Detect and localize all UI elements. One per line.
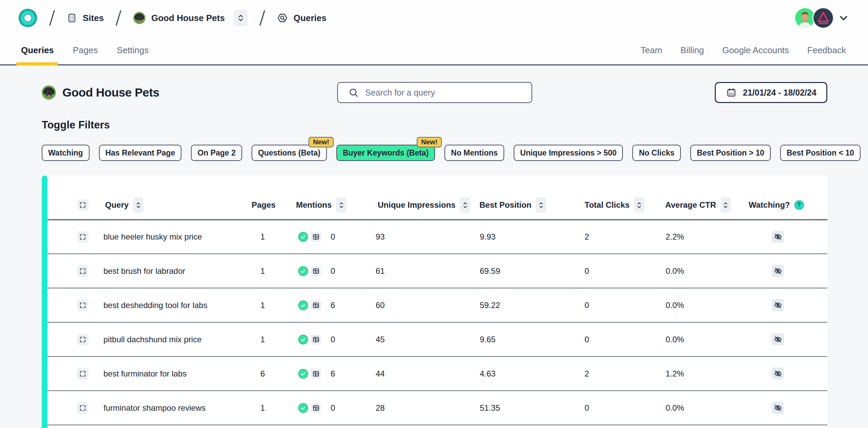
app-logo-icon[interactable]	[18, 8, 37, 27]
filter-chip[interactable]: No Mentions	[445, 145, 504, 161]
unique-impressions-cell: 28	[373, 391, 471, 425]
expand-row-icon[interactable]	[77, 231, 88, 243]
mention-check-icon	[298, 403, 308, 413]
queries-table-card: Query Pages Mentions Unique Impressions …	[42, 176, 827, 428]
help-icon[interactable]: ?	[794, 200, 804, 210]
filter-chip[interactable]: Buyer Keywords (Beta) New!	[336, 145, 435, 161]
best-position-cell: 9.93	[471, 220, 576, 254]
site-avatar	[42, 85, 56, 100]
new-badge: New!	[417, 137, 442, 147]
filter-chip[interactable]: Has Relevant Page	[99, 145, 182, 161]
account-menu-chevron-icon[interactable]	[839, 13, 849, 23]
mention-table-icon[interactable]	[311, 232, 321, 242]
new-badge: New!	[309, 137, 334, 147]
tab-label: Settings	[117, 45, 149, 56]
mention-table-icon[interactable]	[311, 266, 321, 276]
filter-chip[interactable]: Unique Impressions > 500	[514, 145, 623, 161]
sort-total-clicks-button[interactable]	[634, 197, 645, 213]
expand-row-icon[interactable]	[77, 402, 88, 414]
table-row: pitbull dachshund mix price 1	[47, 322, 827, 356]
filter-chip[interactable]: Best Position > 10	[690, 145, 771, 161]
watching-eye-off-icon[interactable]	[772, 333, 784, 345]
tab[interactable]: Settings	[117, 36, 149, 64]
expand-row-icon[interactable]	[77, 368, 88, 380]
column-header-total-clicks: Total Clicks	[585, 200, 630, 210]
nav-link[interactable]: Google Accounts	[722, 45, 789, 56]
query-cell: pitbull dachshund mix price	[102, 322, 244, 356]
unique-impressions-cell: 93	[373, 220, 471, 254]
filter-chip-label: Unique Impressions > 500	[520, 148, 616, 158]
expand-row-icon[interactable]	[77, 300, 88, 311]
filter-chip[interactable]: Questions (Beta) New!	[252, 145, 327, 161]
tab-label: Queries	[21, 45, 54, 56]
breadcrumb-site[interactable]: Good House Pets	[133, 10, 248, 26]
filter-chip[interactable]: Best Position < 10	[780, 145, 861, 161]
sort-unique-impressions-button[interactable]	[460, 197, 470, 213]
filter-chip-label: Buyer Keywords (Beta)	[343, 148, 429, 158]
tab[interactable]: Pages	[73, 36, 98, 64]
watching-eye-off-icon[interactable]	[772, 299, 784, 311]
table-row: blue heeler husky mix price 1	[47, 220, 827, 254]
mention-check-icon	[298, 232, 308, 242]
nav-link-label: Team	[640, 45, 662, 55]
table-body: blue heeler husky mix price 1	[47, 220, 827, 425]
average-ctr-cell: 2.2%	[658, 220, 732, 254]
column-header-best-position: Best Position	[479, 200, 531, 210]
pages-cell: 1	[244, 254, 292, 288]
query-cell: blue heeler husky mix price	[102, 220, 244, 254]
org-avatar[interactable]	[813, 8, 833, 28]
mention-table-icon[interactable]	[311, 403, 321, 413]
nav-link[interactable]: Team	[640, 45, 662, 56]
pages-cell: 1	[244, 220, 292, 254]
filter-chip-label: Questions (Beta)	[258, 148, 320, 158]
filter-chip[interactable]: No Clicks	[632, 145, 681, 161]
sort-average-ctr-button[interactable]	[721, 197, 731, 213]
total-clicks-cell: 0	[576, 288, 658, 322]
best-position-cell: 4.63	[471, 356, 576, 391]
filter-chip[interactable]: Watching	[42, 145, 90, 161]
breadcrumb: Sites Good House Pets	[18, 8, 327, 27]
search-input[interactable]	[365, 88, 525, 98]
chevron-updown-icon	[237, 13, 244, 23]
nav-links: Team Billing Google Accounts Feedback	[640, 36, 846, 64]
main-content: Good House Pets	[0, 82, 868, 428]
watching-eye-off-icon[interactable]	[772, 402, 784, 414]
best-position-cell: 59.22	[471, 288, 576, 322]
mention-table-icon[interactable]	[311, 369, 321, 379]
filters-title: Toggle Filters	[42, 119, 827, 131]
user-avatar[interactable]	[795, 8, 815, 28]
breadcrumb-queries-label: Queries	[294, 13, 327, 23]
pages-cell: 1	[244, 288, 292, 322]
tabs: Queries Pages Settings	[21, 36, 149, 64]
sort-query-button[interactable]	[133, 197, 143, 213]
nav-link-label: Google Accounts	[722, 45, 789, 55]
watching-eye-off-icon[interactable]	[772, 231, 784, 243]
expand-all-icon[interactable]	[77, 199, 88, 211]
mentions-count: 0	[331, 403, 335, 413]
date-range-button[interactable]: 21/01/24 - 18/02/24	[715, 82, 827, 103]
query-cell: best furminator for labs	[102, 356, 244, 391]
sort-best-position-button[interactable]	[536, 197, 546, 213]
average-ctr-cell: 0.0%	[658, 391, 732, 425]
nav-link[interactable]: Billing	[680, 45, 704, 56]
nav-link[interactable]: Feedback	[807, 45, 846, 56]
watching-eye-off-icon[interactable]	[772, 367, 784, 380]
average-ctr-cell: 0.0%	[658, 288, 732, 322]
site-switcher-button[interactable]	[234, 10, 248, 26]
expand-row-icon[interactable]	[77, 265, 88, 277]
mention-table-icon[interactable]	[311, 334, 321, 345]
calendar-icon	[726, 87, 736, 98]
sort-mentions-button[interactable]	[336, 197, 347, 213]
unique-impressions-cell: 44	[373, 356, 471, 391]
breadcrumb-sites-label: Sites	[83, 13, 104, 23]
breadcrumb-sites[interactable]: Sites	[67, 13, 104, 23]
filter-chip[interactable]: On Page 2	[191, 145, 242, 161]
tabbar: Queries Pages Settings Team Billing Goog…	[0, 36, 868, 65]
expand-row-icon[interactable]	[77, 334, 88, 345]
watching-eye-off-icon[interactable]	[772, 265, 784, 277]
breadcrumb-queries[interactable]: Queries	[277, 13, 327, 23]
mention-table-icon[interactable]	[311, 300, 321, 310]
tab[interactable]: Queries	[21, 36, 54, 64]
average-ctr-cell: 0.0%	[658, 254, 732, 288]
average-ctr-cell: 1.2%	[658, 356, 732, 391]
